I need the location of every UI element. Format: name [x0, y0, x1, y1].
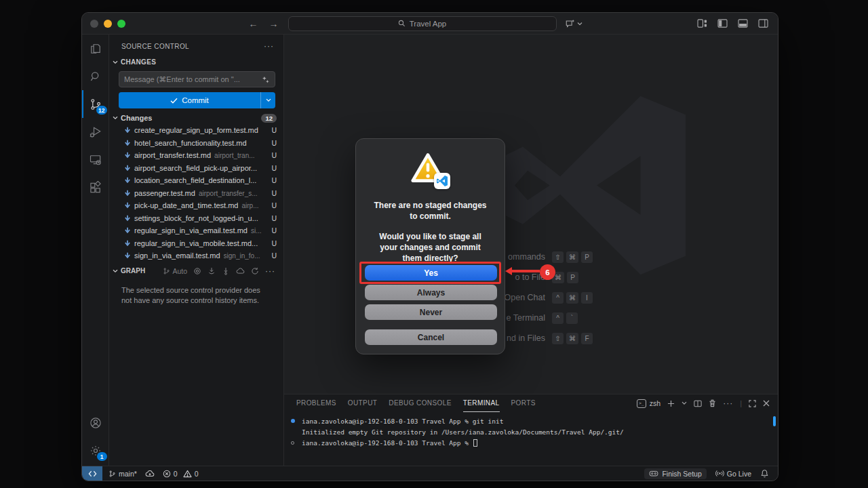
- chevron-down-icon: [113, 116, 118, 120]
- commit-message-input[interactable]: Message (⌘Enter to commit on "...: [119, 71, 275, 87]
- command-center[interactable]: Travel App: [288, 16, 557, 31]
- check-icon: [170, 98, 178, 104]
- back-icon[interactable]: ←: [249, 18, 258, 29]
- file-row[interactable]: regular_sign_in_via_mobile.test.md... U: [109, 237, 283, 250]
- graph-more-icon[interactable]: ···: [265, 266, 275, 276]
- terminal-cursor: [473, 439, 477, 447]
- key-letter: P: [567, 272, 578, 283]
- git-status-letter: U: [271, 189, 277, 197]
- graph-fetch-icon[interactable]: [208, 267, 216, 275]
- tab-terminal[interactable]: TERMINAL: [463, 394, 500, 412]
- annotation-step-badge: 6: [540, 264, 555, 280]
- split-terminal-icon[interactable]: [694, 400, 702, 407]
- settings-button[interactable]: 1: [82, 436, 109, 464]
- sidebar-item-extensions[interactable]: [82, 174, 109, 201]
- markdown-file-icon: [124, 215, 131, 222]
- file-row[interactable]: pick-up_date_and_time.test.mdairp... U: [109, 199, 283, 212]
- never-button[interactable]: Never: [365, 304, 497, 320]
- sparkle-icon[interactable]: [261, 75, 270, 84]
- activity-bar: 12: [82, 35, 109, 466]
- always-button[interactable]: Always: [365, 285, 497, 300]
- maximize-panel-icon[interactable]: [749, 400, 756, 407]
- zoom-window-button[interactable]: [117, 20, 125, 28]
- file-row[interactable]: settings_block_for_not_logged-in_u... U: [109, 212, 283, 225]
- changes-tree-item[interactable]: Changes 12: [109, 112, 283, 124]
- status-bar: main* 0 0 Finish Setup Go Live: [82, 466, 778, 481]
- key-ctrl: ^: [552, 292, 564, 304]
- sidebar-item-run-debug[interactable]: [82, 118, 109, 146]
- terminal-scrollbar-thumb[interactable]: [773, 416, 776, 426]
- sidebar-more-icon[interactable]: ···: [264, 41, 274, 51]
- vscode-watermark-logo: [506, 96, 686, 275]
- branch-status-item[interactable]: main*: [108, 470, 137, 478]
- graph-refresh-icon[interactable]: [251, 267, 259, 275]
- tab-ports[interactable]: PORTS: [511, 394, 536, 412]
- terminal-command-marker: [291, 419, 295, 423]
- new-terminal-icon[interactable]: [667, 400, 675, 407]
- markdown-file-icon: [124, 202, 131, 209]
- close-panel-icon[interactable]: [763, 400, 770, 407]
- notifications-bell-icon[interactable]: [760, 469, 769, 478]
- file-row[interactable]: sign_in_via_email.test.mdsign_in_fo... U: [109, 249, 283, 262]
- dialog-message-body: Would you like to stage all your changes…: [373, 231, 488, 264]
- commit-dropdown-button[interactable]: [260, 92, 275, 108]
- markdown-file-icon: [124, 190, 131, 197]
- copilot-chat-icon: [565, 19, 575, 28]
- toggle-panel-icon[interactable]: [738, 19, 748, 28]
- search-view-icon: [89, 70, 102, 83]
- minimize-window-button[interactable]: [104, 20, 112, 28]
- tab-debug-console[interactable]: DEBUG CONSOLE: [389, 394, 451, 412]
- git-status-letter: U: [271, 164, 277, 172]
- broadcast-icon: [715, 469, 724, 478]
- sidebar-item-search[interactable]: [82, 62, 109, 90]
- commit-button[interactable]: Commit: [119, 92, 275, 108]
- key-letter: F: [581, 333, 593, 344]
- tab-problems[interactable]: PROBLEMS: [296, 394, 336, 412]
- markdown-file-icon: [124, 252, 131, 259]
- extensions-icon: [89, 181, 102, 195]
- toggle-secondary-sidebar-icon[interactable]: [758, 19, 768, 28]
- copilot-chat-button[interactable]: [565, 19, 583, 28]
- file-row[interactable]: location_search_field_destination_l... U: [109, 174, 283, 187]
- remote-indicator[interactable]: [82, 466, 102, 481]
- toggle-primary-sidebar-icon[interactable]: [717, 19, 728, 28]
- sidebar-item-explorer[interactable]: [82, 35, 109, 62]
- trash-icon[interactable]: [709, 399, 716, 407]
- annotation-highlight-rect: [359, 262, 501, 284]
- panel-more-icon[interactable]: ···: [723, 399, 733, 408]
- file-row[interactable]: create_regular_sign_up_form.test.md U: [109, 124, 283, 137]
- go-live-button[interactable]: Go Live: [715, 469, 751, 478]
- file-row[interactable]: hotel_search_functionality.test.md U: [109, 137, 283, 150]
- forward-icon[interactable]: →: [269, 18, 279, 29]
- terminal-output[interactable]: iana.zavoloka@ip-192-168-0-103 Travel Ap…: [284, 412, 778, 466]
- file-row[interactable]: airport_search_field_pick-up_airpor... U: [109, 162, 283, 175]
- problems-status-item[interactable]: 0 0: [163, 470, 199, 478]
- close-window-button[interactable]: [90, 20, 98, 28]
- cancel-button[interactable]: Cancel: [365, 329, 497, 345]
- graph-cloud-icon[interactable]: [236, 267, 245, 274]
- accounts-button[interactable]: [82, 409, 109, 436]
- file-row[interactable]: regular_sign_in_via_email.test.mdsi... U: [109, 224, 283, 237]
- run-debug-icon: [89, 125, 102, 139]
- sidebar-item-source-control[interactable]: 12: [82, 90, 109, 118]
- terminal-shell-chip[interactable]: >_ zsh: [637, 399, 660, 408]
- graph-section-header[interactable]: GRAPH Auto: [109, 262, 283, 277]
- key-cmd: ⌘: [566, 292, 578, 304]
- finish-setup-button[interactable]: Finish Setup: [644, 468, 706, 479]
- sidebar-item-remote-explorer[interactable]: [82, 146, 109, 174]
- markdown-file-icon: [124, 127, 131, 134]
- graph-auto-branch-icon[interactable]: Auto: [163, 267, 187, 275]
- titlebar: ← → Travel App: [82, 13, 778, 35]
- tab-output[interactable]: OUTPUT: [348, 394, 378, 412]
- stage-changes-dialog: There are no staged changes to commit. W…: [355, 138, 505, 354]
- changes-section-header[interactable]: CHANGES: [109, 52, 283, 67]
- graph-target-icon[interactable]: [193, 267, 201, 275]
- git-status-letter: U: [271, 151, 277, 159]
- account-icon: [89, 416, 102, 430]
- file-row[interactable]: passenger.test.mdairport_transfer_s... U: [109, 187, 283, 200]
- graph-pull-icon[interactable]: [222, 267, 230, 275]
- file-row[interactable]: airport_transfer.test.mdairport_tran... …: [109, 149, 283, 162]
- chevron-down-icon[interactable]: [682, 401, 687, 405]
- customize-layout-icon[interactable]: [697, 19, 707, 28]
- publish-cloud-icon[interactable]: [145, 470, 155, 477]
